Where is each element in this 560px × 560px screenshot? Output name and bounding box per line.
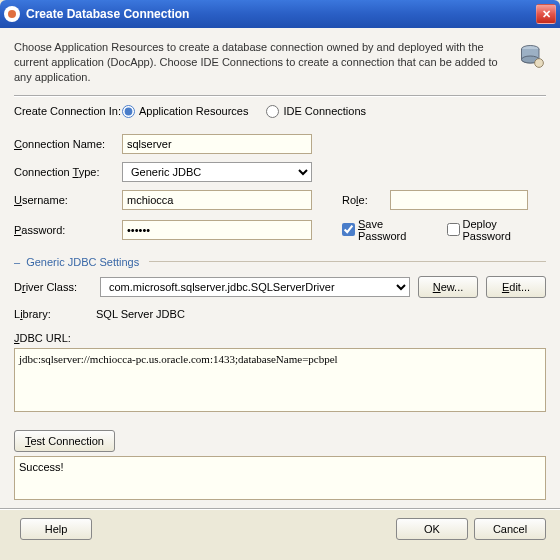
svg-point-0 — [8, 10, 16, 18]
save-password-checkbox[interactable]: Save Password — [342, 218, 433, 242]
svg-point-3 — [535, 59, 544, 68]
new-driver-button[interactable]: New... — [418, 276, 478, 298]
connection-name-input[interactable] — [122, 134, 312, 154]
test-result-box: Success! — [14, 456, 546, 500]
save-password-label: Save Password — [358, 218, 433, 242]
app-icon — [4, 6, 20, 22]
edit-driver-button[interactable]: Edit... — [486, 276, 546, 298]
driver-class-select[interactable]: com.microsoft.sqlserver.jdbc.SQLServerDr… — [100, 277, 410, 297]
radio-ide-connections-label: IDE Connections — [283, 105, 366, 117]
test-connection-button[interactable]: Test Connection — [14, 430, 115, 452]
database-icon — [518, 42, 546, 70]
username-input[interactable] — [122, 190, 312, 210]
connection-type-select[interactable]: Generic JDBC — [122, 162, 312, 182]
library-value: SQL Server JDBC — [92, 306, 546, 322]
create-in-label: Create Connection In: — [14, 105, 122, 117]
radio-app-resources-label: Application Resources — [139, 105, 248, 117]
username-label: Username: — [14, 194, 122, 206]
window-title: Create Database Connection — [26, 7, 536, 21]
conn-name-label: Connection Name: — [14, 138, 122, 150]
library-label: Library: — [14, 308, 92, 320]
jdbc-section-title: Generic JDBC Settings — [26, 256, 139, 268]
jdbc-section-header: – Generic JDBC Settings — [14, 256, 546, 268]
role-label: Role: — [342, 194, 390, 206]
deploy-password-label: Deploy Password — [463, 218, 546, 242]
driver-class-label: Driver Class: — [14, 281, 92, 293]
collapse-icon[interactable]: – — [14, 256, 20, 268]
cancel-button[interactable]: Cancel — [474, 518, 546, 540]
close-icon[interactable]: ✕ — [536, 4, 556, 24]
radio-ide-connections[interactable]: IDE Connections — [266, 105, 366, 118]
password-input[interactable] — [122, 220, 312, 240]
intro-text: Choose Application Resources to create a… — [14, 40, 508, 85]
ok-button[interactable]: OK — [396, 518, 468, 540]
title-bar: Create Database Connection ✕ — [0, 0, 560, 28]
role-input[interactable] — [390, 190, 528, 210]
help-button[interactable]: Help — [20, 518, 92, 540]
deploy-password-checkbox[interactable]: Deploy Password — [447, 218, 546, 242]
password-label: Password: — [14, 224, 122, 236]
jdbc-url-label: JDBC URL: — [14, 332, 546, 344]
dialog-footer: Help OK Cancel — [0, 508, 560, 548]
radio-app-resources[interactable]: Application Resources — [122, 105, 248, 118]
conn-type-label: Connection Type: — [14, 166, 122, 178]
intro-section: Choose Application Resources to create a… — [14, 36, 546, 97]
jdbc-url-input[interactable] — [14, 348, 546, 412]
